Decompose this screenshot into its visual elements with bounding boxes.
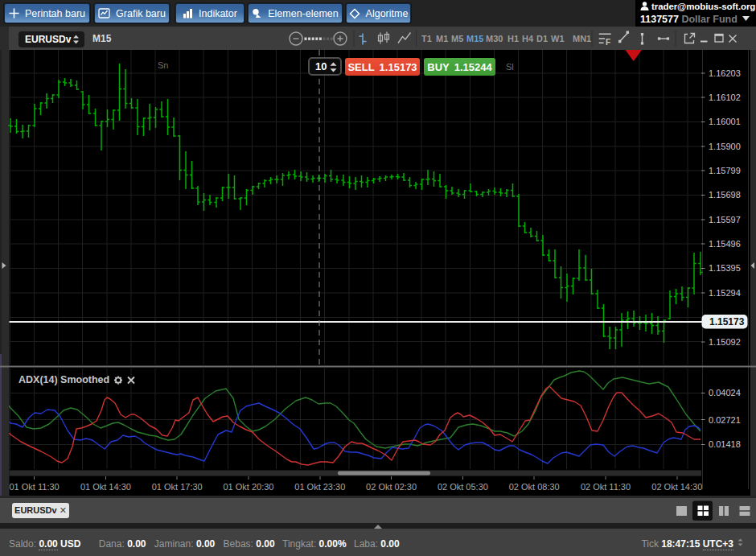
svg-text:Sl: Sl (506, 62, 514, 72)
svg-text:1.15698: 1.15698 (709, 190, 741, 200)
svg-text:Sn: Sn (158, 60, 168, 70)
svg-text:02 Okt 11:30: 02 Okt 11:30 (581, 482, 631, 492)
svg-text:02 Okt 02:30: 02 Okt 02:30 (366, 482, 417, 492)
svg-text:1.15799: 1.15799 (709, 166, 741, 175)
svg-text:0.04024: 0.04024 (709, 388, 741, 397)
svg-text:1.16203: 1.16203 (709, 68, 741, 78)
svg-text:1.15496: 1.15496 (709, 239, 741, 249)
svg-text:0.02721: 0.02721 (709, 415, 741, 425)
svg-text:01 Okt 23:30: 01 Okt 23:30 (294, 482, 345, 492)
svg-text:1.15900: 1.15900 (709, 142, 741, 151)
svg-text:1.16102: 1.16102 (709, 93, 741, 102)
svg-text:02 Okt 14:30: 02 Okt 14:30 (651, 482, 702, 492)
svg-text:1.15173: 1.15173 (709, 316, 745, 327)
svg-text:02 Okt 08:30: 02 Okt 08:30 (509, 482, 560, 492)
svg-text:01 Okt 17:30: 01 Okt 17:30 (152, 482, 203, 492)
svg-text:1.15395: 1.15395 (709, 263, 741, 273)
svg-text:F: F (606, 38, 610, 47)
svg-text:1.16001: 1.16001 (709, 117, 741, 126)
svg-text:0.01418: 0.01418 (709, 439, 741, 449)
svg-text:1.15597: 1.15597 (709, 215, 741, 224)
svg-text:02 Okt 05:30: 02 Okt 05:30 (438, 482, 488, 492)
svg-text:01 Okt 14:30: 01 Okt 14:30 (80, 482, 131, 492)
svg-text:01 Okt 20:30: 01 Okt 20:30 (224, 482, 274, 492)
svg-text:01 Okt 11:30: 01 Okt 11:30 (10, 482, 60, 492)
svg-text:1.15092: 1.15092 (709, 337, 741, 347)
svg-text:1.15294: 1.15294 (709, 288, 741, 298)
svg-text:ADX(14) Smoothed: ADX(14) Smoothed (18, 374, 109, 385)
